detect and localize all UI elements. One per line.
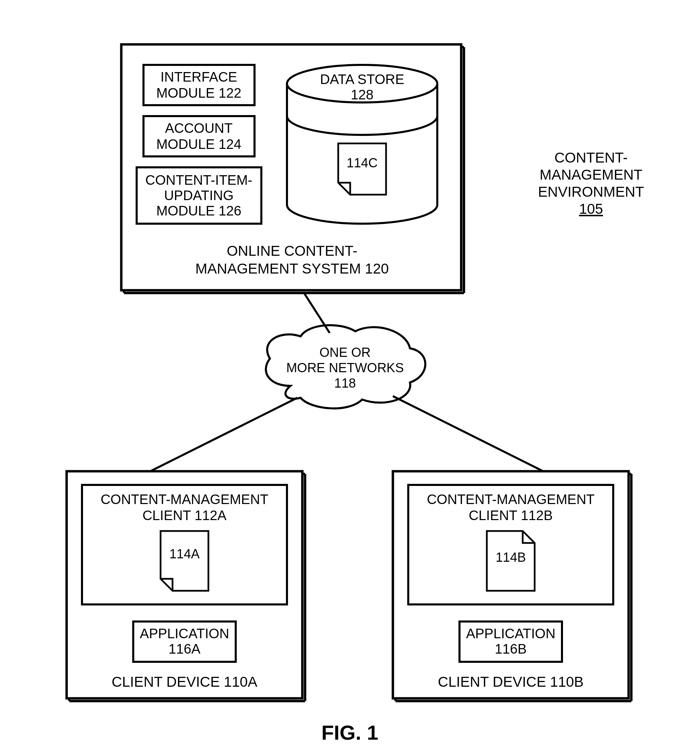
cloud-l1: ONE OR (319, 345, 371, 360)
mod1-l1: INTERFACE (161, 69, 237, 84)
file-114a: 114A (161, 531, 208, 591)
ca-cm-2: CLIENT 112A (142, 508, 227, 523)
link-cloud-clienta (150, 398, 297, 471)
ca-device: CLIENT DEVICE 110A (112, 674, 257, 690)
file-114b: 114B (487, 531, 534, 591)
ca-app-2: 116A (169, 641, 200, 656)
file-114a-label: 114A (169, 547, 200, 561)
mod1-l2: MODULE 122 (156, 85, 242, 100)
server-title-1: ONLINE CONTENT- (227, 243, 358, 259)
account-module: ACCOUNT MODULE 124 (144, 116, 255, 156)
server-title-2: MANAGEMENT SYSTEM 120 (195, 261, 389, 276)
ca-app-1: APPLICATION (140, 626, 229, 641)
file-114c-label: 114C (347, 156, 378, 170)
environment-label: CONTENT- MANAGEMENT ENVIRONMENT 105 (538, 150, 644, 217)
cloud-l3: 118 (334, 376, 356, 390)
cb-app-2: 116B (495, 641, 527, 656)
interface-module: INTERFACE MODULE 122 (144, 65, 255, 105)
mod2-l2: MODULE 124 (156, 137, 242, 151)
ca-cm-1: CONTENT-MANAGEMENT (100, 492, 268, 507)
mod3-l1: CONTENT-ITEM- (145, 172, 252, 187)
file-114b-label: 114B (496, 550, 526, 565)
mod3-l2: UPDATING (164, 188, 234, 203)
ds-l1: DATA STORE (320, 72, 405, 87)
cb-cm-1: CONTENT-MANAGEMENT (427, 492, 594, 507)
ds-l2: 128 (351, 87, 374, 102)
content-item-updating-module: CONTENT-ITEM- UPDATING MODULE 126 (137, 167, 261, 224)
cb-cm-2: CLIENT 112B (469, 508, 553, 523)
env-3: ENVIRONMENT (538, 184, 644, 200)
env-num: 105 (579, 201, 603, 217)
link-cloud-clientb (393, 396, 543, 471)
client-device-a: CONTENT-MANAGEMENT CLIENT 112A 114A APPL… (67, 471, 305, 701)
file-114c: 114C (338, 144, 386, 195)
cb-device: CLIENT DEVICE 110B (438, 674, 583, 690)
figure-label: FIG. 1 (322, 721, 378, 744)
client-device-b: CONTENT-MANAGEMENT CLIENT 112B 114B APPL… (393, 471, 631, 701)
cb-app-1: APPLICATION (466, 626, 555, 641)
env-1: CONTENT- (555, 150, 628, 165)
cloud-l2: MORE NETWORKS (286, 361, 404, 375)
mod3-l3: MODULE 126 (156, 203, 242, 218)
env-2: MANAGEMENT (539, 167, 642, 183)
cloud: ONE OR MORE NETWORKS 118 (266, 325, 425, 408)
mod2-l1: ACCOUNT (165, 120, 233, 136)
